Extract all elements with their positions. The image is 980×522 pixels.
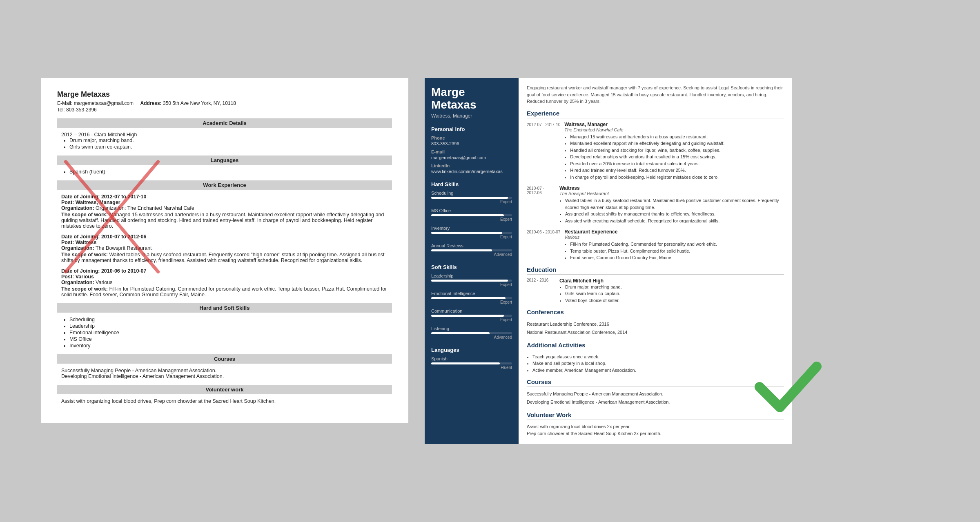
skill-annual-label: Annual Reviews bbox=[431, 243, 512, 248]
tel-label: Tel: bbox=[57, 107, 65, 113]
act-2: Make and sell pottery in a local shop. bbox=[532, 360, 784, 367]
skill-scheduling-track bbox=[431, 197, 512, 199]
skill-3: Emotional intelligence bbox=[69, 330, 388, 335]
right-edu1-school: Clara Mitchell High bbox=[559, 278, 622, 284]
course-1: Successfully Managing People - American … bbox=[61, 368, 388, 373]
skill-msoffice-fill bbox=[431, 214, 504, 216]
skill-comm: Communication Expert bbox=[431, 309, 512, 322]
languages-content: Spanish (fluent) bbox=[57, 169, 392, 175]
phone-label: Phone bbox=[431, 135, 512, 140]
left-job3-date: Date of Joining: 2010-06 to 2010-07 bbox=[61, 268, 388, 274]
email-label: E-Mail: bbox=[57, 100, 72, 106]
left-job2-post: Post: Waitress bbox=[61, 240, 388, 245]
rj2b1: Waited tables in a busy seafood restaura… bbox=[565, 197, 784, 211]
left-job2-org: Organization: The Bowsprit Restaurant bbox=[61, 245, 388, 251]
rj1b6: Hired and trained entry-level staff. Red… bbox=[570, 167, 724, 174]
languages-title-right: Languages bbox=[431, 347, 512, 353]
skill-ei-level: Expert bbox=[431, 300, 512, 304]
left-job-1: Date of Joining: 2012-07 to 2017-10 Post… bbox=[61, 194, 388, 229]
vol-2: Prep corn chowder at the Sacred Heart So… bbox=[527, 430, 784, 438]
skill-comm-label: Communication bbox=[431, 309, 512, 313]
right-edu-1: 2012 - 2016 Clara Mitchell High Drum maj… bbox=[527, 278, 784, 304]
volunteer-list: Assist with organizing local blood drive… bbox=[527, 423, 784, 438]
rj3b2: Temp table buster, Pizza Hut. Compliment… bbox=[570, 248, 717, 255]
skill-spanish-track bbox=[431, 362, 512, 364]
reb1: Drum major, marching band. bbox=[565, 284, 622, 291]
volunteer-title-right: Volunteer Work bbox=[527, 411, 784, 420]
phone-value: 803-353-2396 bbox=[431, 141, 512, 146]
vol-1: Assist with organizing local blood drive… bbox=[527, 423, 784, 431]
right-resume-wrapper: Marge Metaxas Waitress, Manager Personal… bbox=[425, 78, 792, 444]
activities-list: Teach yoga classes once a week. Make and… bbox=[532, 353, 784, 374]
skill-ei-label: Emotional Intelligence bbox=[431, 291, 512, 296]
left-job2-org-val: The Bowsprit Restaurant bbox=[96, 245, 152, 251]
right-job2-dates: 2010-07 - 2012-06 bbox=[527, 185, 555, 224]
right-job1-bullets: Managed 15 waitresses and bartenders in … bbox=[570, 133, 724, 181]
left-name: Marge Metaxas bbox=[57, 90, 392, 99]
academic-text: 2012 – 2016 - Clara Mitchell High bbox=[61, 132, 388, 138]
rj1b1: Managed 15 waitresses and bartenders in … bbox=[570, 133, 724, 140]
academic-bullet-2: Girls swim team co-captain. bbox=[69, 144, 388, 150]
skill-leadership-track bbox=[431, 280, 512, 282]
scope-label-3: The scope of work: bbox=[61, 286, 109, 292]
volunteer-text: Assist with organizing local blood drive… bbox=[61, 398, 388, 404]
skill-comm-level: Expert bbox=[431, 318, 512, 322]
skill-comm-fill bbox=[431, 315, 504, 317]
main-content: Engaging restaurant worker and waitstaff… bbox=[519, 78, 792, 444]
left-job3-org: Organization: Various bbox=[61, 280, 388, 285]
skill-msoffice-track bbox=[431, 214, 512, 216]
right-job3-bullets: Fill-in for Plumstead Catering. Commende… bbox=[570, 241, 717, 261]
skills-bullets: Scheduling Leadership Emotional intellig… bbox=[69, 317, 388, 349]
left-job2-scope: The scope of work: Waited tables in a bu… bbox=[61, 252, 388, 263]
skill-spanish-fill bbox=[431, 362, 500, 364]
rj1b3: Handled all ordering and stocking for li… bbox=[570, 147, 724, 154]
skill-leadership: Leadership Expert bbox=[431, 273, 512, 287]
languages-bullets: Spanish (fluent) bbox=[69, 169, 388, 175]
skill-annual-track bbox=[431, 249, 512, 251]
conferences-list: Restaurant Leadership Conference, 2016 N… bbox=[527, 320, 784, 337]
sidebar-title: Waitress, Manager bbox=[431, 113, 512, 119]
rj3b3: Food server, Common Ground Country Fair,… bbox=[570, 254, 717, 261]
courses-title-right: Courses bbox=[527, 378, 784, 387]
right-edu1-detail: Clara Mitchell High Drum major, marching… bbox=[559, 278, 622, 304]
left-job-2: Date of Joining: 2010-07 to 2012-06 Post… bbox=[61, 234, 388, 263]
left-resume: Marge Metaxas E-Mail: margemetaxas@gmail… bbox=[41, 78, 408, 423]
skill-inventory-fill bbox=[431, 232, 502, 234]
tel-value: 803-353-2396 bbox=[66, 107, 97, 113]
skill-annual: Annual Reviews Advanced bbox=[431, 243, 512, 257]
skill-comm-track bbox=[431, 315, 512, 317]
skill-listening-label: Listening bbox=[431, 326, 512, 331]
soft-skills-title: Soft Skills bbox=[431, 264, 512, 270]
skill-inventory: Inventory Expert bbox=[431, 226, 512, 239]
linkedin-value: www.linkedin.com/in/margemetaxas bbox=[431, 169, 512, 174]
left-job1-scope: The scope of work: Managed 15 waitresses… bbox=[61, 212, 388, 229]
courses-content: Successfully Managing People - American … bbox=[57, 368, 392, 379]
right-job2-bullets: Waited tables in a busy seafood restaura… bbox=[565, 197, 784, 224]
rcourse-2: Developing Emotional Intelligence - Amer… bbox=[527, 398, 784, 406]
scope-label-2: The scope of work: bbox=[61, 252, 109, 258]
languages-bar: Languages bbox=[57, 155, 392, 165]
skill-scheduling-level: Expert bbox=[431, 200, 512, 204]
left-job3-scope: The scope of work: Fill-in for Plumstead… bbox=[61, 286, 388, 298]
right-job3-company: Various bbox=[564, 235, 717, 240]
skill-listening-fill bbox=[431, 332, 490, 334]
right-job-1: 2012-07 - 2017-10 Waitress, Manager The … bbox=[527, 122, 784, 181]
rj2b2: Assigned all busiest shifts by managemen… bbox=[565, 211, 784, 218]
volunteer-bar: Volunteer work bbox=[57, 385, 392, 394]
org-label: Organization: bbox=[61, 205, 94, 211]
skill-leadership-label: Leadership bbox=[431, 273, 512, 278]
conf-2: National Restaurant Association Conferen… bbox=[527, 329, 784, 337]
conferences-title: Conferences bbox=[527, 309, 784, 317]
left-header: Marge Metaxas E-Mail: margemetaxas@gmail… bbox=[57, 90, 392, 113]
right-edu1-dates: 2012 - 2016 bbox=[527, 278, 555, 304]
left-job3-post: Post: Various bbox=[61, 274, 388, 280]
address-label: Address: bbox=[140, 100, 162, 106]
work-bar: Work Experience bbox=[57, 180, 392, 190]
right-job-2: 2010-07 - 2012-06 Waitress The Bowsprit … bbox=[527, 185, 784, 224]
skill-5: Inventory bbox=[69, 343, 388, 349]
experience-title: Experience bbox=[527, 110, 784, 118]
academic-bar: Academic Details bbox=[57, 118, 392, 128]
sidebar-name-block: Marge Metaxas Waitress, Manager bbox=[431, 86, 512, 119]
left-job1-post: Post: Waitress, Manager bbox=[61, 200, 388, 205]
right-edu1-bullets: Drum major, marching band. Girls swim te… bbox=[565, 284, 622, 304]
